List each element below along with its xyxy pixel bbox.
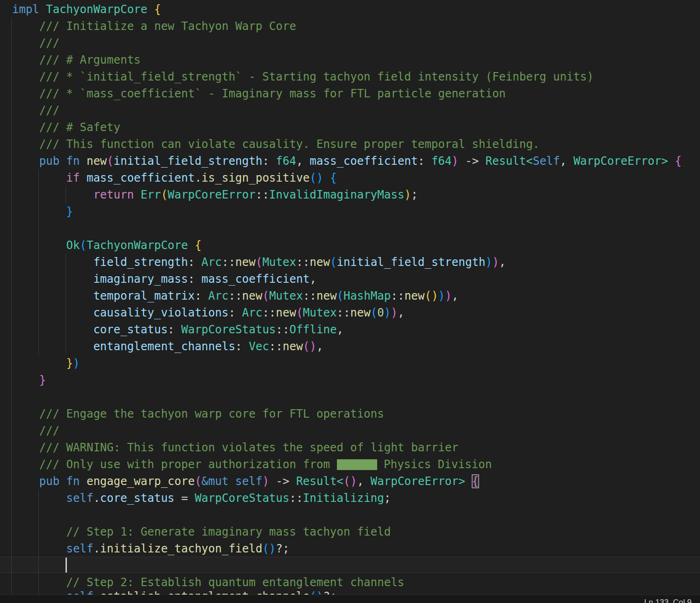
code-line[interactable]: temporal_matrix: Arc::new(Mutex::new(Has… (0, 287, 700, 304)
code-line[interactable]: self.core_status = WarpCoreStatus::Initi… (0, 490, 700, 507)
code-line[interactable]: causality_violations: Arc::new(Mutex::ne… (0, 304, 700, 321)
code-line[interactable]: entanglement_channels: Vec::new(), (0, 338, 700, 355)
code-line[interactable]: /// Engage the tachyon warp core for FTL… (0, 405, 700, 422)
code-line[interactable]: /// Initialize a new Tachyon Warp Core (0, 18, 700, 35)
code-line[interactable] (0, 557, 700, 574)
code-line[interactable]: /// Only use with proper authorization f… (0, 456, 700, 473)
code-line[interactable]: /// * `initial_field_strength` - Startin… (0, 68, 700, 85)
code-line[interactable]: /// # Arguments (0, 51, 700, 68)
code-line[interactable]: self.initialize_tachyon_field()?; (0, 540, 700, 557)
code-editor[interactable]: impl TachyonWarpCore { /// Initialize a … (0, 0, 700, 603)
code-line[interactable]: /// WARNING: This function violates the … (0, 439, 700, 456)
code-line[interactable]: /// (0, 102, 700, 119)
code-line[interactable]: /// (0, 35, 700, 51)
code-line[interactable]: } (0, 372, 700, 389)
code-line[interactable]: } (0, 203, 700, 220)
code-line[interactable]: imaginary_mass: mass_coefficient, (0, 271, 700, 287)
code-line[interactable]: /// (0, 422, 700, 439)
matched-bracket: { (472, 475, 479, 488)
code-line[interactable]: // Step 1: Generate imaginary mass tachy… (0, 523, 700, 540)
code-line[interactable]: /// * `mass_coefficient` - Imaginary mas… (0, 85, 700, 102)
code-line[interactable]: /// This function can violate causality.… (0, 136, 700, 153)
code-area[interactable]: impl TachyonWarpCore { /// Initialize a … (0, 1, 700, 603)
status-bar: Ln 133, Col 9 (0, 595, 700, 603)
code-line[interactable]: pub fn engage_warp_core(&mut self) -> Re… (0, 473, 700, 490)
code-line[interactable] (0, 389, 700, 405)
code-line[interactable] (0, 220, 700, 237)
code-line[interactable]: }) (0, 355, 700, 372)
code-line[interactable]: /// # Safety (0, 119, 700, 136)
code-line[interactable]: return Err(WarpCoreError::InvalidImagina… (0, 186, 700, 203)
text-cursor (66, 558, 67, 573)
cursor-position-indicator[interactable]: Ln 133, Col 9 (644, 598, 692, 603)
code-line[interactable]: impl TachyonWarpCore { (0, 1, 700, 18)
code-line[interactable]: pub fn new(initial_field_strength: f64, … (0, 153, 700, 169)
code-line[interactable]: if mass_coefficient.is_sign_positive() { (0, 169, 700, 186)
code-line[interactable]: core_status: WarpCoreStatus::Offline, (0, 321, 700, 338)
code-line[interactable]: field_strength: Arc::new(Mutex::new(init… (0, 254, 700, 271)
redacted-text-block (337, 459, 377, 470)
code-line[interactable]: Ok(TachyonWarpCore { (0, 237, 700, 254)
code-line[interactable] (0, 507, 700, 523)
